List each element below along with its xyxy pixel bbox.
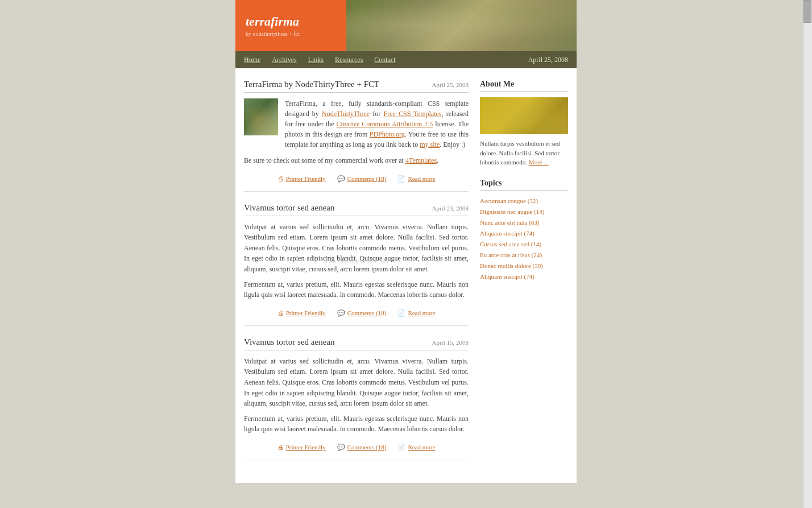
topic-8: Aliquam suscipit (74) [480,272,568,281]
post-2-date: April 23, 2008 [432,205,469,212]
post-3-title: Vivamus tortor sed aenean [244,337,334,347]
nav-links-link[interactable]: Links [303,51,329,68]
scrollbar-thumb[interactable] [803,0,811,23]
post-3-print: 🖨 Printer Friendly [277,444,326,451]
post-3-read-link[interactable]: Read more [408,444,435,451]
post-1-header: TerraFirma by NodeThirtyThree + FCT Apri… [244,80,469,93]
post-3-footer: 🖨 Printer Friendly 💬 Comments (18) 📄 Rea… [244,439,469,451]
post-1-footer: 🖨 Printer Friendly 💬 Comments (18) 📄 Rea… [244,171,469,183]
post-1-comments-link[interactable]: Comments (18) [347,175,387,182]
post-2-print: 🖨 Printer Friendly [277,309,326,317]
header-logo: terrafirma by nodethirtythree + fct [235,0,346,51]
link-pdphoto[interactable]: PDPhoto.org [370,130,405,138]
post-3-para1: Volutpat at varius sed sollicitudin et, … [244,356,469,409]
post-1-date: April 25, 2008 [432,81,469,88]
sidebar-about: About Me Nullam turpis vestibulum et sed… [480,80,568,167]
post-2-read: 📄 Read more [397,309,435,317]
post-1-print-link[interactable]: Printer Friendly [286,175,326,182]
nav-archives[interactable]: Archives [266,51,302,68]
sidebar: About Me Nullam turpis vestibulum et sed… [480,80,568,472]
topic-3: Nunc ante elit nula (83) [480,218,568,227]
post-3-comments: 💬 Comments (18) [337,444,387,451]
post-3-date: April 15, 2008 [432,339,469,346]
link-cc[interactable]: Creative Commons Attribution 2.5 [337,120,433,128]
read-icon: 📄 [397,175,405,183]
nav-resources[interactable]: Resources [329,51,368,68]
topic-4: Aliquam suscipit (74) [480,229,568,238]
link-free-css[interactable]: Free CSS Templates [383,110,441,118]
nav-bar: Home Archives Links Resources Contact Ap… [235,51,577,68]
topic-6-link[interactable]: Eu ante cras at risus (24) [480,251,542,258]
sidebar-about-more[interactable]: More ... [529,159,549,166]
post-2: Vivamus tortor sed aenean April 23, 2008… [244,203,469,326]
main-layout: TerraFirma by NodeThirtyThree + FCT Apri… [235,68,577,483]
topic-5: Cursus sed arcu sed (14) [480,239,568,249]
post-2-title: Vivamus tortor sed aenean [244,203,334,213]
site-title: terrafirma [246,14,336,29]
topic-4-link[interactable]: Aliquam suscipit (74) [480,230,535,237]
nav-contact[interactable]: Contact [368,51,401,68]
sidebar-about-title: About Me [480,80,568,92]
post-1-read-link[interactable]: Read more [408,175,435,182]
post-2-comments-link[interactable]: Comments (18) [347,309,387,316]
print-icon: 🖨 [277,175,284,182]
post-2-body-wrapper: Volutpat at varius sed sollicitudin et, … [244,222,469,300]
post-2-para1: Volutpat at varius sed sollicitudin et, … [244,222,469,275]
post-3: Vivamus tortor sed aenean April 15, 2008… [244,337,469,460]
topic-3-link[interactable]: Nunc ante elit nula (83) [480,219,539,226]
scrollbar-track[interactable] [803,0,812,483]
post-2-print-link[interactable]: Printer Friendly [286,309,326,316]
post-1-thumbnail [244,98,278,135]
nav-links: Home Archives Links Resources Contact [244,51,528,68]
post-1-body-with-image: TerraFirma, a free, fully standards-comp… [244,98,469,150]
sidebar-about-image [480,97,568,134]
topic-7-link[interactable]: Donec mollis dolore (39) [480,262,543,269]
read-icon-3: 📄 [397,444,405,451]
nav-date: April 25, 2008 [528,56,568,64]
post-1-print: 🖨 Printer Friendly [277,175,326,183]
post-1-read: 📄 Read more [397,175,435,183]
sidebar-about-text: Nullam turpis vestibulum et sed dolore. … [480,139,568,167]
topic-2: Dignissim nec augue (14) [480,207,568,216]
post-2-read-link[interactable]: Read more [408,309,435,316]
topic-6: Eu ante cras at risus (24) [480,250,568,259]
print-icon-2: 🖨 [277,309,284,316]
nav-home[interactable]: Home [244,51,266,68]
topic-1: Accumsan congue (32) [480,196,568,205]
link-nodethirtythree[interactable]: NodeThirtyThree [322,110,370,118]
topic-5-link[interactable]: Cursus sed arcu sed (14) [480,241,541,247]
post-3-comments-link[interactable]: Comments (18) [347,444,387,451]
topic-8-link[interactable]: Aliquam suscipit (74) [480,273,535,280]
post-1-extra: Be sure to check out some of my commerci… [244,155,469,166]
post-1-title: TerraFirma by NodeThirtyThree + FCT [244,80,379,89]
header-image [346,0,577,51]
comment-icon-2: 💬 [337,309,345,317]
content-column: TerraFirma by NodeThirtyThree + FCT Apri… [244,80,469,472]
post-3-print-link[interactable]: Printer Friendly [286,444,326,451]
page-wrapper: terrafirma by nodethirtythree + fct Home… [235,0,577,483]
sidebar-topics: Topics Accumsan congue (32) Dignissim ne… [480,179,568,281]
topic-1-link[interactable]: Accumsan congue (32) [480,197,538,204]
post-1-comments: 💬 Comments (18) [337,175,387,183]
topic-7: Donec mollis dolore (39) [480,261,568,270]
header: terrafirma by nodethirtythree + fct [235,0,577,51]
topic-2-link[interactable]: Dignissim nec augue (14) [480,208,544,215]
post-3-read: 📄 Read more [397,444,435,451]
site-subtitle: by nodethirtythree + fct [246,31,336,37]
post-1-text: TerraFirma, a free, fully standards-comp… [285,98,469,150]
post-1: TerraFirma by NodeThirtyThree + FCT Apri… [244,80,469,192]
read-icon-2: 📄 [397,309,405,317]
post-2-para2: Fermentum at, varius pretium, elit. Maur… [244,279,469,300]
topics-list: Accumsan congue (32) Dignissim nec augue… [480,196,568,281]
post-3-para2: Fermentum at, varius pretium, elit. Maur… [244,414,469,435]
post-2-footer: 🖨 Printer Friendly 💬 Comments (18) 📄 Rea… [244,305,469,317]
link-4templates[interactable]: 4Templates [405,156,437,164]
post-2-header: Vivamus tortor sed aenean April 23, 2008 [244,203,469,216]
post-2-comments: 💬 Comments (18) [337,309,387,317]
link-mysite[interactable]: my site [420,141,440,148]
sidebar-topics-title: Topics [480,179,568,191]
print-icon-3: 🖨 [277,444,284,451]
post-3-header: Vivamus tortor sed aenean April 15, 2008 [244,337,469,350]
comment-icon: 💬 [337,175,345,183]
comment-icon-3: 💬 [337,444,345,451]
